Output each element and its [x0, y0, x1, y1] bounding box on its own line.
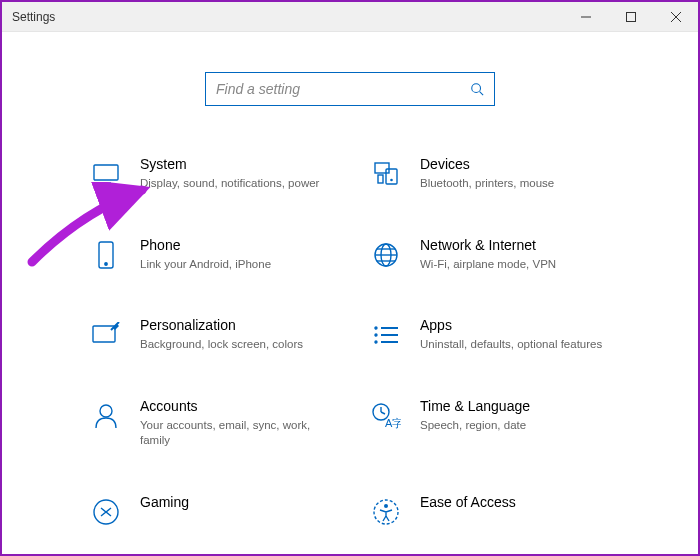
svg-point-10 — [391, 179, 392, 180]
tile-desc: Speech, region, date — [420, 418, 610, 434]
system-icon — [90, 158, 122, 190]
svg-point-34 — [384, 504, 388, 508]
svg-rect-8 — [375, 163, 389, 173]
maximize-icon — [626, 12, 636, 22]
tile-title: Apps — [420, 317, 610, 333]
tile-accounts[interactable]: Accounts Your accounts, email, sync, wor… — [90, 398, 330, 449]
tile-desc: Background, lock screen, colors — [140, 337, 330, 353]
personalization-icon — [90, 319, 122, 351]
tile-network[interactable]: Network & Internet Wi-Fi, airplane mode,… — [370, 237, 610, 273]
content-area: System Display, sound, notifications, po… — [2, 32, 698, 528]
tile-title: Ease of Access — [420, 494, 610, 510]
search-icon — [470, 82, 484, 96]
close-button[interactable] — [653, 2, 698, 31]
window-title: Settings — [12, 10, 55, 24]
svg-rect-11 — [378, 175, 383, 183]
tile-desc: Uninstall, defaults, optional features — [420, 337, 610, 353]
tile-apps[interactable]: Apps Uninstall, defaults, optional featu… — [370, 317, 610, 353]
tile-title: Accounts — [140, 398, 330, 414]
tile-title: Devices — [420, 156, 610, 172]
phone-icon — [90, 239, 122, 271]
tile-title: Gaming — [140, 494, 330, 510]
tile-phone[interactable]: Phone Link your Android, iPhone — [90, 237, 330, 273]
search-box[interactable] — [205, 72, 495, 106]
tile-devices[interactable]: Devices Bluetooth, printers, mouse — [370, 156, 610, 192]
svg-point-23 — [375, 334, 377, 336]
ease-of-access-icon — [370, 496, 402, 528]
tile-personalization[interactable]: Personalization Background, lock screen,… — [90, 317, 330, 353]
tile-desc: Your accounts, email, sync, work, family — [140, 418, 330, 449]
svg-point-27 — [100, 405, 112, 417]
tile-gaming[interactable]: Gaming — [90, 494, 330, 528]
minimize-button[interactable] — [563, 2, 608, 31]
window-controls — [563, 2, 698, 31]
svg-rect-9 — [386, 169, 397, 184]
search-input[interactable] — [216, 81, 470, 97]
tile-time-language[interactable]: A字 Time & Language Speech, region, date — [370, 398, 610, 449]
gaming-icon — [90, 496, 122, 528]
tile-desc: Bluetooth, printers, mouse — [420, 176, 610, 192]
tile-ease-of-access[interactable]: Ease of Access — [370, 494, 610, 528]
svg-rect-6 — [94, 165, 118, 180]
svg-rect-1 — [626, 12, 635, 21]
globe-icon — [370, 239, 402, 271]
svg-point-21 — [375, 327, 377, 329]
svg-line-5 — [480, 92, 484, 96]
devices-icon — [370, 158, 402, 190]
titlebar: Settings — [2, 2, 698, 32]
tile-system[interactable]: System Display, sound, notifications, po… — [90, 156, 330, 192]
tile-desc: Wi-Fi, airplane mode, VPN — [420, 257, 610, 273]
minimize-icon — [581, 12, 591, 22]
tile-desc: Display, sound, notifications, power — [140, 176, 330, 192]
tile-title: Network & Internet — [420, 237, 610, 253]
tile-title: Time & Language — [420, 398, 610, 414]
svg-line-30 — [381, 412, 385, 414]
accounts-icon — [90, 400, 122, 432]
svg-text:A字: A字 — [385, 417, 401, 429]
settings-grid: System Display, sound, notifications, po… — [70, 156, 630, 528]
svg-point-13 — [105, 262, 107, 264]
apps-icon — [370, 319, 402, 351]
svg-point-4 — [472, 84, 481, 93]
tile-title: System — [140, 156, 330, 172]
close-icon — [671, 12, 681, 22]
tile-desc: Link your Android, iPhone — [140, 257, 330, 273]
svg-point-25 — [375, 341, 377, 343]
time-language-icon: A字 — [370, 400, 402, 432]
maximize-button[interactable] — [608, 2, 653, 31]
tile-title: Phone — [140, 237, 330, 253]
tile-title: Personalization — [140, 317, 330, 333]
